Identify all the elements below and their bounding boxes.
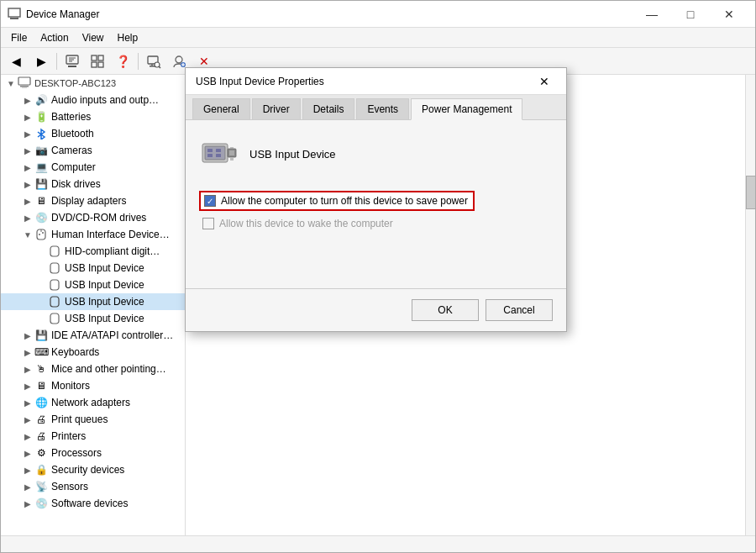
sensors-label: Sensors xyxy=(51,481,88,492)
svg-rect-36 xyxy=(216,149,221,152)
menu-view[interactable]: View xyxy=(76,30,111,45)
maximize-button[interactable]: □ xyxy=(671,1,710,28)
dvd-icon: 💿 xyxy=(34,211,48,224)
menu-help[interactable]: Help xyxy=(111,30,145,45)
tree-item-cameras[interactable]: ▶ 📷 Cameras xyxy=(1,142,185,159)
minimize-button[interactable]: — xyxy=(633,1,671,28)
network-icon: 🌐 xyxy=(34,396,48,409)
tab-details[interactable]: Details xyxy=(302,98,355,119)
tree-item-batteries[interactable]: ▶ 🔋 Batteries xyxy=(1,108,185,125)
svg-point-25 xyxy=(39,234,40,235)
keyboards-expand-icon: ▶ xyxy=(21,345,34,359)
help-button[interactable]: ❓ xyxy=(111,50,134,72)
hid-compliant-icon xyxy=(48,245,61,258)
tree-item-hid-compliant[interactable]: HID-compliant digit… xyxy=(1,243,185,260)
view-button[interactable] xyxy=(86,50,109,72)
tab-driver[interactable]: Driver xyxy=(252,98,301,119)
tree-item-software[interactable]: ▶ 💿 Software devices xyxy=(1,495,185,512)
tree-item-print-queues[interactable]: ▶ 🖨 Print queues xyxy=(1,411,185,428)
usb3-expand-icon xyxy=(34,295,48,308)
tree-item-bluetooth[interactable]: ▶ Bluetooth xyxy=(1,125,185,142)
display-label: Display adapters xyxy=(51,195,126,207)
tab-events[interactable]: Events xyxy=(356,98,409,119)
mice-expand-icon: ▶ xyxy=(21,362,34,376)
window-controls: — □ ✕ xyxy=(633,1,748,28)
dialog-title: USB Input Device Properties xyxy=(196,76,533,87)
back-button[interactable]: ◀ xyxy=(4,50,28,72)
sensors-expand-icon: ▶ xyxy=(21,480,34,493)
scrollbar-thumb[interactable] xyxy=(746,176,755,209)
dvd-label: DVD/CD-ROM drives xyxy=(51,212,146,224)
tree-item-keyboards[interactable]: ▶ ⌨ Keyboards xyxy=(1,344,185,361)
tree-item-dvd[interactable]: ▶ 💿 DVD/CD-ROM drives xyxy=(1,209,185,226)
tree-item-sensors[interactable]: ▶ 📡 Sensors xyxy=(1,478,185,495)
ok-button[interactable]: OK xyxy=(412,299,479,321)
forward-button[interactable]: ▶ xyxy=(29,50,53,72)
cancel-button[interactable]: Cancel xyxy=(486,299,553,321)
ide-expand-icon: ▶ xyxy=(21,329,34,342)
dialog-close-button[interactable]: ✕ xyxy=(533,71,556,92)
tree-item-monitors[interactable]: ▶ 🖥 Monitors xyxy=(1,377,185,394)
tree-item-usb2[interactable]: USB Input Device xyxy=(1,276,185,293)
tree-item-printers[interactable]: ▶ 🖨 Printers xyxy=(1,428,185,445)
print-queues-icon: 🖨 xyxy=(34,413,48,426)
usb1-icon xyxy=(48,261,61,275)
disk-expand-icon: ▶ xyxy=(21,177,34,191)
tree-root[interactable]: ▼ DESKTOP-ABC123 xyxy=(1,75,185,92)
batteries-expand-icon: ▶ xyxy=(21,110,34,124)
tree-item-audio[interactable]: ▶ 🔊 Audio inputs and outp… xyxy=(1,92,185,108)
svg-rect-10 xyxy=(92,62,97,67)
software-icon: 💿 xyxy=(34,497,48,510)
tree-item-security[interactable]: ▶ 🔒 Security devices xyxy=(1,461,185,478)
wake-label: Allow this device to wake the computer xyxy=(219,218,393,229)
tree-item-mice[interactable]: ▶ 🖱 Mice and other pointing… xyxy=(1,361,185,377)
close-button[interactable]: ✕ xyxy=(710,1,748,28)
tree-item-disk[interactable]: ▶ 💾 Disk drives xyxy=(1,176,185,192)
menu-action[interactable]: Action xyxy=(34,30,75,45)
hid-expand-icon: ▼ xyxy=(21,228,34,241)
turn-off-checkbox[interactable]: ✓ xyxy=(204,195,216,207)
software-expand-icon: ▶ xyxy=(21,497,34,510)
properties-button[interactable] xyxy=(60,50,84,72)
tree-item-processors[interactable]: ▶ ⚙ Processors xyxy=(1,445,185,461)
tree-item-network[interactable]: ▶ 🌐 Network adapters xyxy=(1,394,185,411)
tree-item-hid[interactable]: ▼ Human Interface Device… xyxy=(1,226,185,243)
svg-rect-22 xyxy=(20,86,29,87)
scan-button[interactable] xyxy=(142,50,165,72)
batteries-label: Batteries xyxy=(51,111,91,123)
usb4-icon xyxy=(48,312,61,325)
svg-rect-28 xyxy=(50,246,59,256)
dvd-expand-icon: ▶ xyxy=(21,211,34,224)
print-queues-expand-icon: ▶ xyxy=(21,413,34,426)
tree-item-usb4[interactable]: USB Input Device xyxy=(1,310,185,327)
dialog-tabs: General Driver Details Events Power Mana… xyxy=(186,95,566,120)
hid-label: Human Interface Device… xyxy=(51,229,170,240)
ide-label: IDE ATA/ATAPI controller… xyxy=(51,329,173,341)
svg-rect-29 xyxy=(50,263,59,273)
computer-expand-icon: ▶ xyxy=(21,161,34,174)
tree-item-usb1[interactable]: USB Input Device xyxy=(1,260,185,276)
svg-line-16 xyxy=(159,66,160,68)
tab-power-management[interactable]: Power Management xyxy=(411,98,522,120)
svg-rect-37 xyxy=(207,154,213,157)
menu-file[interactable]: File xyxy=(4,30,34,45)
printers-label: Printers xyxy=(51,430,86,442)
svg-rect-8 xyxy=(92,55,97,61)
svg-rect-32 xyxy=(50,313,59,324)
tree-item-ide[interactable]: ▶ 💾 IDE ATA/ATAPI controller… xyxy=(1,327,185,344)
svg-rect-4 xyxy=(68,66,76,67)
display-icon: 🖥 xyxy=(34,194,48,208)
computer-icon xyxy=(18,76,31,90)
tree-item-computer[interactable]: ▶ 💻 Computer xyxy=(1,159,185,176)
bluetooth-expand-icon: ▶ xyxy=(21,127,34,140)
tree-item-usb3[interactable]: USB Input Device xyxy=(1,293,185,310)
svg-rect-30 xyxy=(50,280,59,290)
toolbar-separator-2 xyxy=(138,53,139,70)
tree-panel: ▼ DESKTOP-ABC123 ▶ 🔊 Audio inputs and ou… xyxy=(1,75,186,535)
tab-general[interactable]: General xyxy=(192,98,250,119)
security-expand-icon: ▶ xyxy=(21,463,34,477)
svg-rect-35 xyxy=(207,149,213,152)
svg-rect-0 xyxy=(8,8,20,17)
tree-item-display[interactable]: ▶ 🖥 Display adapters xyxy=(1,192,185,209)
svg-point-26 xyxy=(42,232,44,234)
